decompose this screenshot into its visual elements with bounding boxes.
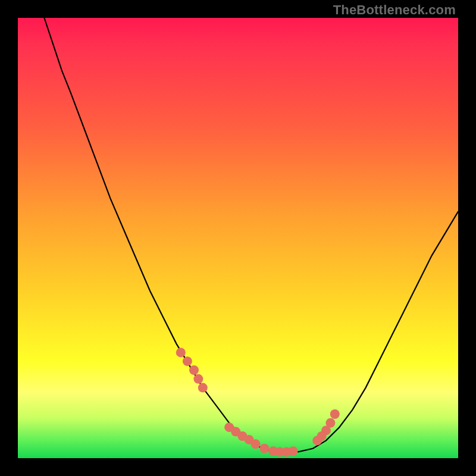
scatter-dot [325, 418, 335, 428]
scatter-dot [259, 444, 269, 453]
scatter-dot [251, 439, 261, 449]
scatter-dot [176, 347, 186, 357]
scatter-dots [176, 347, 340, 456]
scatter-dot [189, 365, 199, 375]
chart-frame: TheBottleneck.com [0, 0, 476, 476]
scatter-dot [193, 374, 203, 384]
scatter-dot [289, 446, 298, 456]
scatter-dot [198, 383, 208, 393]
curve-layer [18, 18, 458, 458]
bottleneck-curve [44, 18, 458, 453]
watermark-text: TheBottleneck.com [333, 2, 456, 18]
scatter-dot [183, 356, 192, 366]
scatter-dot [330, 409, 340, 419]
